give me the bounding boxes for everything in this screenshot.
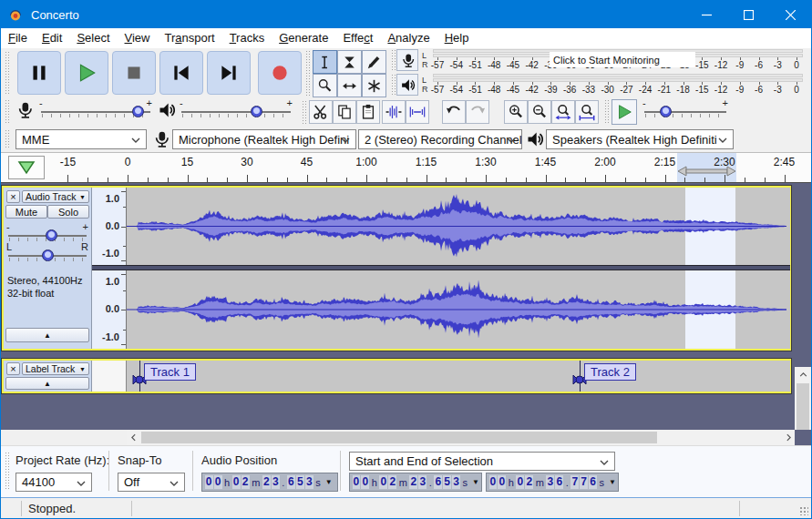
menu-item-help[interactable]: Help bbox=[437, 28, 477, 48]
undo-button[interactable] bbox=[442, 100, 466, 124]
time-digit[interactable]: 0 bbox=[489, 475, 498, 489]
time-separator[interactable]: s bbox=[600, 477, 605, 488]
record-button[interactable] bbox=[258, 51, 302, 95]
minimize-button[interactable] bbox=[685, 1, 727, 28]
close-button[interactable] bbox=[769, 1, 811, 28]
solo-button[interactable]: Solo bbox=[47, 205, 89, 219]
time-digit[interactable]: 0 bbox=[214, 475, 222, 489]
time-digit[interactable]: 6 bbox=[589, 475, 597, 489]
time-digit[interactable]: 5 bbox=[296, 475, 304, 489]
time-separator[interactable]: h bbox=[224, 477, 230, 488]
snap-to-select[interactable]: Off bbox=[118, 473, 185, 492]
slider-thumb[interactable] bbox=[132, 106, 144, 117]
menu-item-effect[interactable]: Effect bbox=[335, 28, 380, 48]
gain-slider[interactable]: - + bbox=[8, 224, 87, 244]
menu-item-file[interactable]: File bbox=[1, 28, 35, 48]
selection-mode-select[interactable]: Start and End of Selection bbox=[349, 452, 615, 471]
resize-grip[interactable] bbox=[799, 506, 808, 515]
time-digit[interactable]: 3 bbox=[305, 475, 313, 489]
time-digit[interactable]: 3 bbox=[452, 475, 460, 489]
field-dropdown-icon[interactable]: ▼ bbox=[472, 478, 479, 486]
transport-grip[interactable] bbox=[5, 51, 10, 95]
audio-position-field[interactable]: 00h02m23.653s▼ bbox=[201, 473, 338, 492]
device-grip[interactable] bbox=[5, 129, 10, 149]
selection-tool-button[interactable] bbox=[313, 50, 337, 74]
time-digit[interactable]: 7 bbox=[580, 475, 588, 489]
play-speed-slider[interactable]: - + bbox=[644, 100, 726, 120]
scroll-left-button[interactable] bbox=[127, 430, 139, 445]
time-digit[interactable]: 6 bbox=[287, 475, 295, 489]
collapse-track-button[interactable]: ▲ bbox=[5, 328, 89, 342]
time-digit[interactable]: 3 bbox=[272, 475, 280, 489]
track-label[interactable]: Track 2 bbox=[584, 363, 636, 381]
mixer-grip[interactable] bbox=[5, 99, 10, 125]
track-menu-button[interactable]: Label Track ▼ bbox=[22, 362, 89, 375]
slider-thumb[interactable] bbox=[42, 249, 54, 261]
playback-meter[interactable]: L R -57-54-51-48-45-42-39-36-33-30-27-24… bbox=[396, 73, 808, 97]
vertical-ruler-ch2[interactable]: 1.00.0-1.0 bbox=[92, 270, 127, 349]
monitor-prompt[interactable]: Click to Start Monitoring bbox=[550, 52, 695, 67]
playback-volume-slider[interactable]: - + bbox=[181, 100, 291, 120]
skip-to-start-button[interactable] bbox=[159, 51, 203, 95]
time-digit[interactable]: 0 bbox=[353, 475, 361, 489]
play-at-speed-button[interactable] bbox=[612, 99, 637, 125]
zoom-tool-button[interactable] bbox=[313, 74, 337, 97]
waveform-channel-left[interactable] bbox=[127, 188, 790, 265]
time-digit[interactable]: 2 bbox=[388, 475, 396, 489]
close-track-button[interactable]: × bbox=[6, 190, 20, 203]
maximize-button[interactable] bbox=[727, 1, 769, 28]
time-digit[interactable]: 6 bbox=[434, 475, 442, 489]
time-separator[interactable]: . bbox=[282, 477, 284, 488]
scroll-up-button[interactable] bbox=[795, 367, 811, 382]
draw-tool-button[interactable] bbox=[362, 50, 386, 74]
play-button[interactable] bbox=[65, 51, 108, 95]
project-rate-select[interactable]: 44100 bbox=[15, 473, 92, 492]
time-digit[interactable]: 0 bbox=[516, 475, 524, 489]
menu-item-transport[interactable]: Transport bbox=[157, 28, 221, 48]
scroll-right-button[interactable] bbox=[782, 430, 795, 445]
track-menu-button[interactable]: Audio Track ▼ bbox=[22, 190, 89, 203]
stop-button[interactable] bbox=[112, 51, 156, 95]
selection-toolbar-grip[interactable] bbox=[5, 452, 10, 490]
cut-button[interactable] bbox=[309, 100, 333, 124]
output-device-select[interactable]: Speakers (Realtek High Definiti bbox=[546, 129, 734, 149]
zoom-in-button[interactable] bbox=[504, 100, 528, 124]
time-digit[interactable]: 0 bbox=[498, 475, 506, 489]
time-digit[interactable]: 0 bbox=[361, 475, 369, 489]
slider-thumb[interactable] bbox=[251, 106, 262, 117]
record-channels-select[interactable]: 2 (Stereo) Recording Channels bbox=[358, 129, 522, 149]
skip-to-end-button[interactable] bbox=[207, 51, 251, 95]
time-separator[interactable]: m bbox=[252, 477, 260, 488]
menu-item-view[interactable]: View bbox=[118, 28, 158, 48]
time-digit[interactable]: 2 bbox=[409, 475, 417, 489]
silence-audio-button[interactable] bbox=[406, 100, 429, 124]
audio-host-select[interactable]: MME bbox=[15, 129, 147, 149]
menu-item-tracks[interactable]: Tracks bbox=[222, 28, 272, 48]
time-digit[interactable]: 2 bbox=[525, 475, 533, 489]
waveform-channel-right[interactable] bbox=[127, 270, 790, 349]
time-separator[interactable]: . bbox=[429, 477, 432, 488]
edit-grip[interactable] bbox=[302, 100, 307, 124]
redo-button[interactable] bbox=[466, 100, 489, 124]
time-separator[interactable]: h bbox=[509, 477, 514, 488]
envelope-tool-button[interactable] bbox=[337, 50, 362, 74]
time-digit[interactable]: 0 bbox=[205, 475, 213, 489]
menu-item-analyze[interactable]: Analyze bbox=[380, 28, 437, 48]
fit-selection-button[interactable] bbox=[551, 100, 575, 124]
track-label[interactable]: Track 1 bbox=[144, 363, 196, 381]
time-digit[interactable]: 2 bbox=[262, 475, 271, 489]
menu-item-select[interactable]: Select bbox=[69, 28, 117, 48]
time-digit[interactable]: 6 bbox=[555, 475, 563, 489]
time-separator[interactable]: m bbox=[536, 477, 544, 488]
menu-item-generate[interactable]: Generate bbox=[272, 28, 335, 48]
time-digit[interactable]: 3 bbox=[418, 475, 427, 489]
zoom-out-button[interactable] bbox=[528, 100, 551, 124]
selection-start-field[interactable]: 00h02m23.653s▼ bbox=[349, 473, 482, 492]
field-dropdown-icon[interactable]: ▼ bbox=[609, 478, 616, 486]
field-dropdown-icon[interactable]: ▼ bbox=[325, 478, 333, 486]
horizontal-scroll-thumb[interactable] bbox=[141, 432, 657, 443]
multi-tool-button[interactable] bbox=[362, 74, 386, 97]
time-digit[interactable]: 3 bbox=[546, 475, 554, 489]
time-digit[interactable]: 2 bbox=[242, 475, 250, 489]
record-meter-button[interactable] bbox=[396, 49, 418, 71]
